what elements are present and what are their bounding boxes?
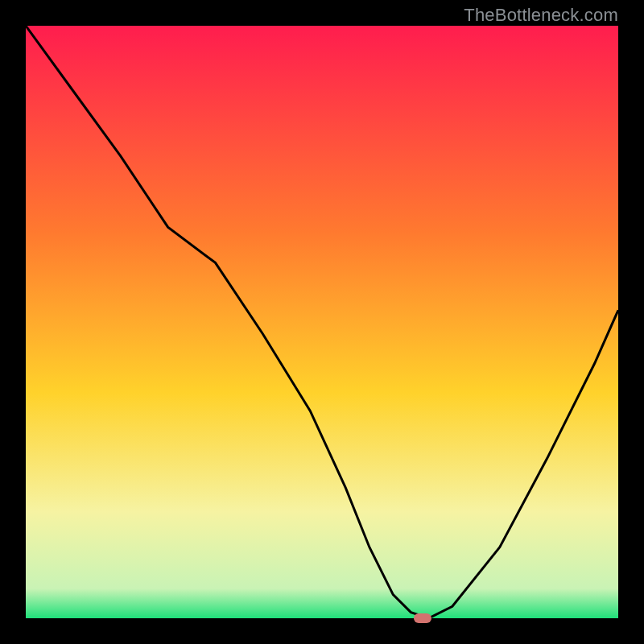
chart-frame: TheBottleneck.com <box>0 0 644 644</box>
optimal-marker <box>414 613 431 623</box>
bottleneck-curve <box>26 26 618 618</box>
plot-area <box>26 26 618 618</box>
watermark-text: TheBottleneck.com <box>464 5 618 26</box>
